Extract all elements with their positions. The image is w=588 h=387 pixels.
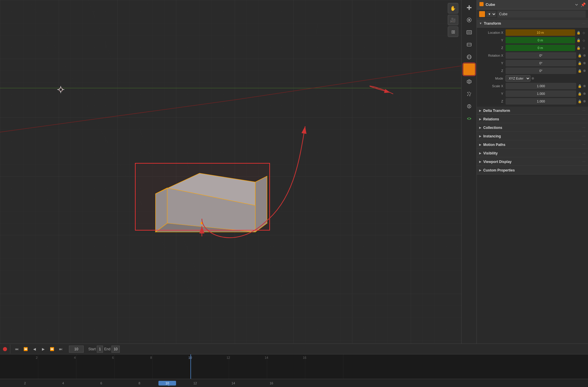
- record-button[interactable]: [3, 347, 7, 351]
- viewport-display-arrow: ▶: [479, 160, 481, 163]
- location-x-diamond[interactable]: ◇: [582, 31, 586, 34]
- goto-end-button[interactable]: ⏭: [57, 346, 64, 353]
- rotation-x-dot[interactable]: [583, 54, 586, 57]
- frame-num-16: 16: [252, 381, 290, 385]
- timeline-ruler[interactable]: 2 4 6 8 10 12 14 16: [0, 354, 588, 379]
- viewport-display-dots: ···: [582, 160, 586, 163]
- rotation-mode-container: XYZ Euler: [506, 75, 586, 82]
- delta-transform-section[interactable]: ▶ Delta Transform ···: [477, 107, 588, 115]
- camera-tool-btn[interactable]: 🎥: [448, 15, 458, 25]
- prev-frame-button[interactable]: ◀: [31, 346, 38, 353]
- play-button[interactable]: ▶: [40, 346, 47, 353]
- viewport-display-section[interactable]: ▶ Viewport Display ···: [477, 158, 588, 166]
- origin-dot: [201, 222, 203, 224]
- next-frame-button[interactable]: ⏩: [48, 346, 55, 353]
- location-y-field[interactable]: 0 m: [506, 37, 575, 43]
- location-x-lock[interactable]: 🔒: [576, 30, 581, 35]
- instancing-title: Instancing: [483, 134, 582, 138]
- prev-keyframe-button[interactable]: ⏪: [22, 346, 29, 353]
- separator: [10, 344, 10, 354]
- rotation-y-field[interactable]: 0°: [506, 60, 576, 66]
- 3d-cursor: [57, 86, 63, 92]
- sidebar-icon-tool[interactable]: [463, 2, 475, 14]
- rotation-z-field[interactable]: 0°: [506, 68, 576, 74]
- scale-z-dot[interactable]: [583, 100, 586, 102]
- scale-x-dot[interactable]: [583, 85, 586, 87]
- sidebar-icon-constraints[interactable]: [463, 113, 475, 124]
- sidebar-icon-viewlayer[interactable]: [463, 39, 475, 51]
- scale-z-field[interactable]: 1.000: [506, 98, 576, 105]
- viewport-toolbar: ✋ 🎥 ⊞: [448, 3, 458, 37]
- rotation-x-row: Rotation X 0° 🔒: [477, 52, 588, 59]
- motion-paths-section[interactable]: ▶ Motion Paths ···: [477, 141, 588, 149]
- scale-x-field[interactable]: 1.000: [506, 83, 576, 89]
- rotation-mode-label: Mode: [479, 77, 506, 80]
- rotation-y-dot[interactable]: [583, 62, 586, 64]
- sidebar-icon-output[interactable]: [463, 26, 475, 38]
- scale-z-label: Z: [479, 100, 506, 103]
- location-x-field[interactable]: 10 m: [506, 29, 575, 36]
- location-z-diamond[interactable]: ◇: [582, 46, 586, 50]
- end-value[interactable]: 10: [111, 346, 119, 353]
- rotation-mode-dropdown[interactable]: XYZ Euler: [506, 75, 530, 82]
- sidebar-icon-physics[interactable]: [463, 100, 475, 112]
- header-dropdown-icon[interactable]: [574, 2, 579, 7]
- transform-section-header[interactable]: ▼ Transform ···: [477, 19, 588, 28]
- sidebar-icon-render[interactable]: [463, 14, 475, 26]
- rotation-x-field[interactable]: 0°: [506, 52, 576, 59]
- scale-y-dot[interactable]: [583, 92, 586, 95]
- frame-num-12: 12: [176, 381, 214, 385]
- collections-section[interactable]: ▶ Collections ···: [477, 124, 588, 132]
- location-z-lock[interactable]: 🔒: [576, 46, 581, 50]
- sidebar-icon-modifier[interactable]: [463, 76, 475, 88]
- svg-rect-50: [480, 12, 484, 16]
- viewport[interactable]: ✋ 🎥 ⊞: [0, 0, 461, 344]
- transform-content: Location X 10 m 🔒 ◇ Y 0 m 🔒 ◇ Z: [477, 28, 588, 106]
- current-frame-display[interactable]: 10: [69, 346, 84, 353]
- object-type-dropdown[interactable]: ▾: [486, 11, 496, 17]
- rotation-z-dot[interactable]: [583, 70, 586, 72]
- grid-tool-btn[interactable]: ⊞: [448, 26, 458, 37]
- hand-tool-btn[interactable]: ✋: [448, 3, 458, 14]
- scale-x-lock[interactable]: 🔒: [577, 84, 582, 88]
- svg-text:8: 8: [150, 356, 152, 359]
- pin-icon[interactable]: 📌: [581, 2, 586, 7]
- location-z-field[interactable]: 0 m: [506, 45, 575, 51]
- sidebar-icon-scene[interactable]: [463, 51, 475, 63]
- custom-properties-arrow: ▶: [479, 169, 481, 172]
- rotation-x-lock[interactable]: 🔒: [577, 53, 582, 58]
- scale-y-label: Y: [479, 92, 506, 95]
- end-label: End: [104, 347, 110, 351]
- svg-text:14: 14: [265, 356, 268, 359]
- frame-indicator-triangle: ▲: [167, 383, 170, 386]
- scale-y-lock[interactable]: 🔒: [577, 91, 582, 96]
- relations-section[interactable]: ▶ Relations ···: [477, 115, 588, 123]
- start-value[interactable]: 1: [97, 346, 103, 353]
- location-y-lock[interactable]: 🔒: [576, 38, 581, 43]
- instancing-section[interactable]: ▶ Instancing ···: [477, 132, 588, 140]
- rotation-y-label: Y: [479, 61, 506, 65]
- sidebar-icon-particles[interactable]: [463, 88, 475, 100]
- relations-dots: ···: [582, 117, 586, 121]
- rotation-y-lock[interactable]: 🔒: [577, 61, 582, 65]
- rotation-x-container: 0° 🔒: [506, 52, 586, 59]
- location-y-diamond[interactable]: ◇: [582, 38, 586, 42]
- scale-z-lock[interactable]: 🔒: [577, 99, 582, 104]
- frame-num-2: 2: [6, 381, 44, 385]
- collections-dots: ···: [582, 126, 586, 129]
- rotation-z-lock[interactable]: 🔒: [577, 68, 582, 73]
- rotation-mode-dot[interactable]: [532, 77, 534, 80]
- visibility-section[interactable]: ▶ Visibility ···: [477, 149, 588, 157]
- goto-start-button[interactable]: ⏮: [13, 346, 20, 353]
- object-name-input[interactable]: Cube: [497, 11, 586, 18]
- properties-header-icon: [479, 2, 484, 7]
- custom-properties-section[interactable]: ▶ Custom Properties ···: [477, 166, 588, 174]
- svg-rect-51: [0, 354, 588, 379]
- transform-arrow: ▼: [479, 22, 482, 25]
- delta-arrow: ▶: [479, 109, 481, 112]
- location-z-row: Z 0 m 🔒 ◇: [477, 44, 588, 52]
- svg-rect-49: [479, 2, 484, 6]
- scale-y-field[interactable]: 1.000: [506, 90, 576, 97]
- properties-header: Cube 📌: [477, 0, 588, 9]
- sidebar-icon-object[interactable]: [463, 63, 475, 75]
